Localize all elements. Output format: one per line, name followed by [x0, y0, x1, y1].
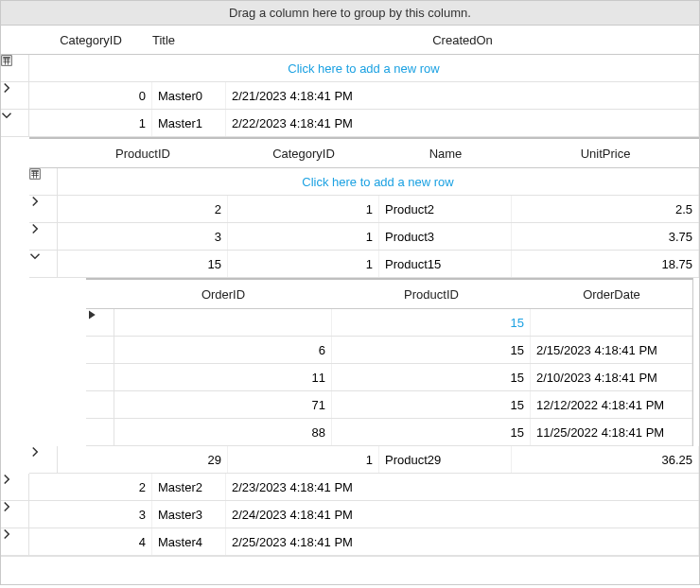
- cell-order-id[interactable]: 6: [114, 337, 332, 363]
- cell-created-on[interactable]: 2/25/2023 4:18:41 PM: [226, 528, 699, 555]
- triangle-right-icon: [86, 309, 97, 320]
- cell-created-on[interactable]: 2/21/2023 4:18:41 PM: [226, 82, 699, 109]
- products-new-row-label[interactable]: Click here to add a new row: [58, 168, 699, 195]
- cell-category-id[interactable]: 0: [29, 82, 152, 109]
- master-new-row[interactable]: Click here to add a new row: [1, 55, 699, 82]
- cell-category-id[interactable]: 1: [228, 446, 379, 473]
- cell-title[interactable]: Master1: [152, 110, 226, 136]
- cell-category-id[interactable]: 1: [29, 110, 152, 136]
- cell-unit-price[interactable]: 18.75: [512, 251, 699, 277]
- chevron-down-icon: [1, 110, 12, 121]
- cell-order-id[interactable]: 71: [114, 391, 332, 418]
- master-row[interactable]: 4 Master4 2/25/2023 4:18:41 PM: [1, 528, 699, 556]
- cell-order-date[interactable]: 11/25/2022 4:18:41 PM: [531, 419, 692, 445]
- expander-button[interactable]: [1, 501, 29, 527]
- col-header-title[interactable]: Title: [152, 26, 226, 54]
- order-row[interactable]: 88 15 11/25/2022 4:18:41 PM: [86, 419, 692, 446]
- cell-product-id[interactable]: 2: [58, 196, 228, 222]
- cell-product-id[interactable]: 15: [332, 391, 531, 418]
- expander-button[interactable]: [1, 474, 29, 500]
- cell-product-id[interactable]: 15: [332, 419, 531, 445]
- cell-product-id-default[interactable]: 15: [332, 309, 531, 336]
- cell-order-date[interactable]: 12/12/2022 4:18:41 PM: [531, 391, 692, 418]
- order-row[interactable]: 6 15 2/15/2023 4:18:41 PM: [86, 337, 692, 364]
- chevron-down-icon: [29, 251, 41, 262]
- cell-name[interactable]: Product3: [379, 223, 512, 250]
- cell-product-id[interactable]: 29: [58, 446, 228, 473]
- expander-button[interactable]: [29, 196, 58, 222]
- expander-button[interactable]: [1, 110, 29, 136]
- chevron-right-icon: [1, 528, 12, 540]
- cell-name[interactable]: Product15: [379, 251, 512, 277]
- cell-unit-price[interactable]: 36.25: [512, 446, 699, 473]
- cell-created-on[interactable]: 2/23/2023 4:18:41 PM: [226, 474, 699, 500]
- cell-category-id[interactable]: 1: [228, 251, 379, 277]
- svg-rect-7: [31, 170, 39, 172]
- col-header-category-id[interactable]: CategoryID: [29, 26, 152, 54]
- master-row[interactable]: 1 Master1 2/22/2023 4:18:41 PM: [1, 110, 699, 137]
- orders-new-row[interactable]: 15: [86, 309, 692, 337]
- master-row[interactable]: 3 Master3 2/24/2023 4:18:41 PM: [1, 501, 699, 528]
- grid-footer-space: [1, 556, 699, 584]
- cell-category-id[interactable]: 2: [29, 474, 152, 500]
- cell-unit-price[interactable]: 3.75: [512, 223, 699, 250]
- cell-category-id[interactable]: 1: [228, 196, 379, 222]
- cell-order-id[interactable]: [114, 309, 332, 336]
- col-header-product-id[interactable]: ProductID: [332, 280, 531, 308]
- expander-header: [1, 26, 29, 54]
- cell-order-date[interactable]: 2/15/2023 4:18:41 PM: [531, 337, 692, 363]
- cell-name[interactable]: Product29: [379, 446, 512, 473]
- cell-order-date[interactable]: 2/10/2023 4:18:41 PM: [531, 364, 692, 390]
- cell-product-id[interactable]: 3: [58, 223, 228, 250]
- chevron-right-icon: [1, 82, 12, 94]
- col-header-order-date[interactable]: OrderDate: [531, 280, 692, 308]
- row-indicator: [86, 364, 114, 390]
- orders-header-row: OrderID ProductID OrderDate: [86, 280, 692, 309]
- cell-category-id[interactable]: 1: [228, 223, 379, 250]
- cell-title[interactable]: Master0: [152, 82, 226, 109]
- cell-title[interactable]: Master3: [152, 501, 226, 527]
- order-row[interactable]: 71 15 12/12/2022 4:18:41 PM: [86, 391, 692, 419]
- expander-button[interactable]: [29, 446, 58, 473]
- expander-button[interactable]: [1, 528, 29, 555]
- product-row[interactable]: 15 1 Product15 18.75: [29, 251, 699, 278]
- cell-category-id[interactable]: 3: [29, 501, 152, 527]
- cell-created-on[interactable]: 2/22/2023 4:18:41 PM: [226, 110, 699, 136]
- cell-product-id[interactable]: 15: [58, 251, 228, 277]
- row-indicator: [86, 391, 114, 418]
- cell-name[interactable]: Product2: [379, 196, 512, 222]
- chevron-right-icon: [1, 474, 12, 485]
- chevron-right-icon: [29, 223, 41, 234]
- col-header-name[interactable]: Name: [379, 139, 512, 167]
- expander-button[interactable]: [1, 82, 29, 109]
- master-row[interactable]: 0 Master0 2/21/2023 4:18:41 PM: [1, 82, 699, 110]
- master-header-row: CategoryID Title CreatedOn: [1, 26, 699, 55]
- cell-unit-price[interactable]: 2.5: [512, 196, 699, 222]
- cell-created-on[interactable]: 2/24/2023 4:18:41 PM: [226, 501, 699, 527]
- product-row[interactable]: 3 1 Product3 3.75: [29, 223, 699, 251]
- product-row[interactable]: 2 1 Product2 2.5: [29, 196, 699, 223]
- cell-product-id[interactable]: 15: [332, 337, 531, 363]
- order-row[interactable]: 11 15 2/10/2023 4:18:41 PM: [86, 364, 692, 391]
- expander-button[interactable]: [29, 251, 58, 277]
- products-new-row[interactable]: Click here to add a new row: [29, 168, 699, 196]
- cell-order-date[interactable]: [531, 309, 692, 336]
- master-new-row-label[interactable]: Click here to add a new row: [29, 55, 699, 81]
- product-row[interactable]: 29 1 Product29 36.25: [29, 446, 699, 474]
- expander-button[interactable]: [29, 223, 58, 250]
- chevron-right-icon: [29, 446, 41, 458]
- col-header-unit-price[interactable]: UnitPrice: [512, 139, 699, 167]
- col-header-order-id[interactable]: OrderID: [114, 280, 332, 308]
- cell-order-id[interactable]: 88: [114, 419, 332, 445]
- cell-product-id[interactable]: 15: [332, 364, 531, 390]
- cell-title[interactable]: Master4: [152, 528, 226, 555]
- group-panel[interactable]: Drag a column here to group by this colu…: [1, 1, 699, 26]
- master-row[interactable]: 2 Master2 2/23/2023 4:18:41 PM: [1, 474, 699, 501]
- col-header-category-id[interactable]: CategoryID: [228, 139, 379, 167]
- col-header-product-id[interactable]: ProductID: [58, 139, 228, 167]
- col-header-created-on[interactable]: CreatedOn: [226, 26, 699, 54]
- cell-title[interactable]: Master2: [152, 474, 226, 500]
- cell-order-id[interactable]: 11: [114, 364, 332, 390]
- cell-category-id[interactable]: 4: [29, 528, 152, 555]
- chevron-right-icon: [1, 501, 12, 512]
